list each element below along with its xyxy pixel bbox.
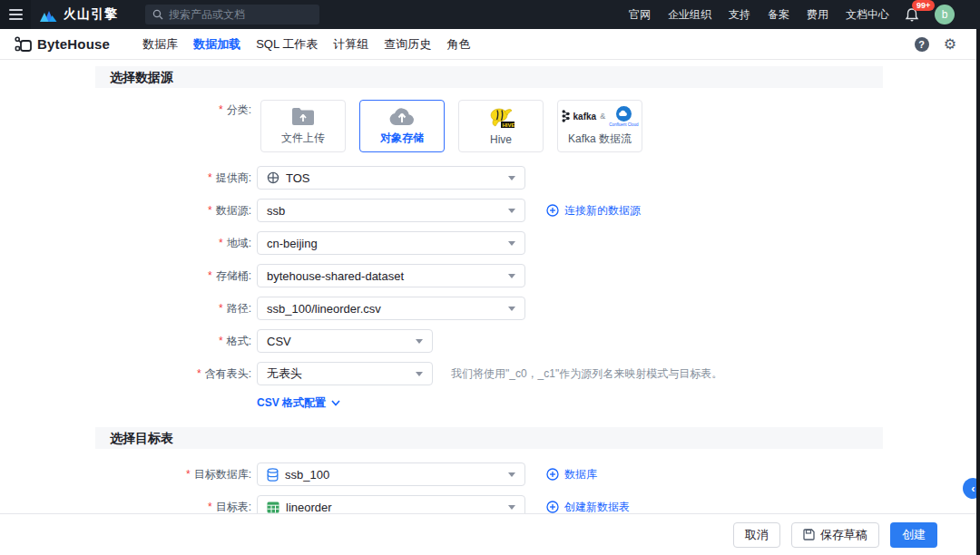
tab-sql-worksheet[interactable]: SQL 工作表 [256, 36, 318, 53]
tab-databases[interactable]: 数据库 [142, 36, 178, 53]
kafka-wordmark: kafka [573, 112, 597, 122]
connect-new-datasource-link[interactable]: 连接新的数据源 [546, 199, 641, 222]
tab-roles[interactable]: 角色 [446, 36, 470, 53]
brand-name: 火山引擎 [64, 6, 118, 23]
path-value: ssb_100/lineorder.csv [267, 302, 381, 316]
save-icon [803, 529, 815, 540]
topbar-link-docs[interactable]: 文档中心 [846, 7, 889, 23]
chevron-left-icon: ‹ [971, 482, 975, 495]
dropdown-caret-icon [508, 505, 515, 510]
bucket-value: bytehouse-shared-dataset [267, 269, 404, 283]
kafka-confluent-logos: kafka & Confluent Cloud [562, 106, 639, 127]
dropdown-caret-icon [508, 209, 515, 213]
source-card-hive[interactable]: HIVE Hive [458, 100, 544, 152]
search-input[interactable] [169, 8, 296, 21]
ampersand: & [600, 112, 605, 121]
svg-text:HIVE: HIVE [503, 122, 515, 127]
search-icon [152, 9, 163, 20]
datasource-label: *数据源: [0, 199, 251, 222]
table-icon [267, 501, 279, 513]
create-database-link[interactable]: 数据库 [546, 462, 597, 486]
nav-tabs: 数据库 数据加载 SQL 工作表 计算组 查询历史 角色 [142, 36, 470, 53]
volcengine-brand[interactable]: 火山引擎 [39, 6, 118, 23]
database-icon [267, 468, 279, 482]
target-db-label: *目标数据库: [0, 462, 251, 486]
chevron-down-icon [331, 400, 340, 406]
create-button[interactable]: 创建 [890, 522, 937, 548]
path-label: *路径: [0, 297, 251, 320]
gear-icon[interactable]: ⚙ [944, 37, 956, 52]
region-label: *地域: [0, 231, 251, 255]
dropdown-caret-icon [508, 307, 515, 311]
product-name: ByteHouse [37, 36, 110, 52]
notification-bell[interactable]: 99+ [904, 5, 924, 24]
screen-edge-strip [976, 29, 980, 555]
card-label: 文件上传 [281, 131, 325, 146]
hamburger-menu-icon[interactable] [0, 0, 31, 29]
cancel-button[interactable]: 取消 [733, 522, 780, 548]
dropdown-caret-icon [508, 241, 515, 246]
search-box[interactable] [145, 5, 319, 24]
dropdown-caret-icon [416, 372, 423, 376]
region-select[interactable]: cn-beijing [257, 231, 525, 255]
product-navbar: ByteHouse 数据库 数据加载 SQL 工作表 计算组 查询历史 角色 ?… [0, 29, 980, 60]
topbar-link-official[interactable]: 官网 [629, 7, 651, 23]
dropdown-caret-icon [416, 339, 423, 344]
kafka-logo-icon [562, 110, 570, 122]
source-section-header: 选择数据源 [95, 66, 883, 88]
dropdown-caret-icon [508, 472, 515, 477]
source-card-kafka[interactable]: kafka & Confluent Cloud Kafka 数据流 [557, 100, 642, 152]
card-label: Kafka 数据流 [568, 131, 632, 147]
bytehouse-logo[interactable]: ByteHouse [15, 36, 110, 53]
topbar-link-record[interactable]: 备案 [768, 7, 789, 23]
csv-format-config-link[interactable]: CSV 格式配置 [257, 395, 340, 410]
topbar-link-support[interactable]: 支持 [729, 7, 750, 23]
target-db-value: ssb_100 [285, 468, 329, 482]
source-card-object-storage[interactable]: 对象存储 [359, 100, 445, 152]
format-label: *格式: [0, 329, 251, 353]
has-header-select[interactable]: 无表头 [257, 362, 433, 385]
plus-circle-icon [546, 501, 559, 513]
avatar[interactable]: b [935, 5, 955, 24]
tos-globe-icon [267, 171, 279, 184]
path-select[interactable]: ssb_100/lineorder.csv [257, 297, 525, 320]
dropdown-caret-icon [508, 176, 515, 180]
plus-circle-icon [546, 204, 559, 217]
topbar-links: 官网 企业组织 支持 备案 费用 文档中心 [629, 7, 889, 23]
bucket-select[interactable]: bytehouse-shared-dataset [257, 264, 525, 287]
topbar-link-org[interactable]: 企业组织 [668, 7, 711, 23]
hive-logo-icon: HIVE [486, 107, 515, 129]
bytehouse-logo-icon [15, 36, 33, 53]
bytehouse-data-load-page: 火山引擎 官网 企业组织 支持 备案 费用 文档中心 99+ b [0, 0, 980, 555]
tab-compute-group[interactable]: 计算组 [333, 36, 368, 53]
target-table-value: lineorder [286, 501, 332, 514]
provider-select[interactable]: TOS [257, 166, 525, 190]
card-label: Hive [490, 133, 512, 146]
topbar-link-billing[interactable]: 费用 [807, 7, 828, 23]
format-select[interactable]: CSV [257, 329, 433, 353]
header-helper-text: 我们将使用"_c0，_c1"作为源列名来映射模式与目标表。 [451, 362, 722, 385]
volcano-logo-icon [39, 7, 57, 22]
footer-action-bar: 取消 保存草稿 创建 [0, 513, 980, 555]
help-icon[interactable]: ? [915, 37, 929, 52]
target-db-select[interactable]: ssb_100 [257, 462, 525, 486]
target-section-header: 选择目标表 [95, 427, 883, 449]
tab-data-load[interactable]: 数据加载 [193, 36, 240, 53]
plus-circle-icon [546, 468, 559, 481]
datasource-select[interactable]: ssb [257, 199, 525, 222]
region-value: cn-beijing [267, 237, 318, 250]
bucket-label: *存储桶: [0, 264, 251, 287]
provider-label: *提供商: [0, 166, 251, 190]
card-label: 对象存储 [380, 131, 424, 146]
has-header-value: 无表头 [267, 365, 302, 382]
tab-query-history[interactable]: 查询历史 [384, 36, 431, 53]
dropdown-caret-icon [508, 274, 515, 278]
save-draft-button[interactable]: 保存草稿 [791, 522, 879, 548]
notification-badge: 99+ [912, 0, 935, 11]
has-header-label: *含有表头: [0, 362, 251, 385]
main-content: 选择数据源 *分类: 文件上传 对象存储 [0, 0, 980, 555]
required-marker: * [219, 103, 223, 116]
topbar: 火山引擎 官网 企业组织 支持 备案 费用 文档中心 99+ b [0, 0, 980, 29]
provider-value: TOS [286, 171, 310, 185]
source-card-file-upload[interactable]: 文件上传 [260, 100, 346, 152]
